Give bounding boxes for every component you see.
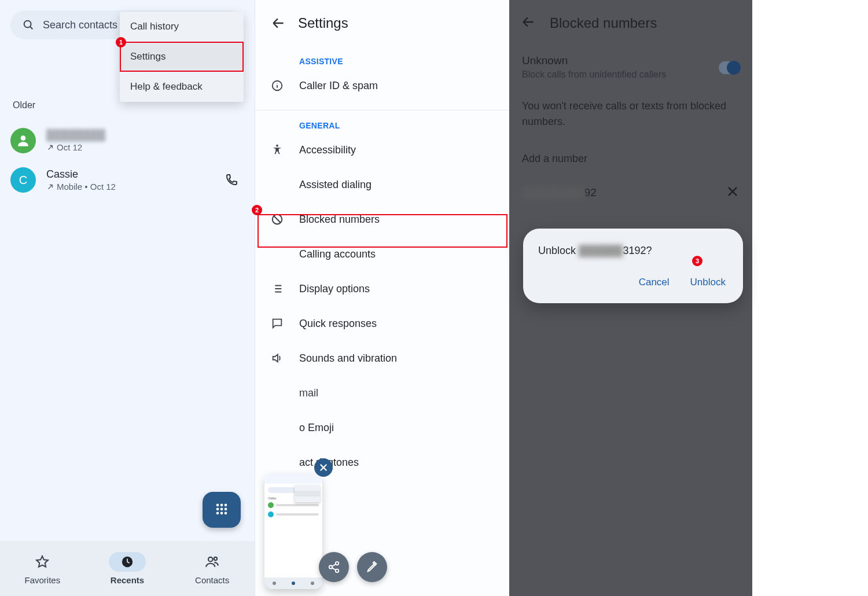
svg-point-30 [329,565,333,569]
setting-quick-responses[interactable]: Quick responses [255,306,509,341]
svg-point-29 [336,562,339,565]
contact-row[interactable]: C Cassie Mobile • Oct 12 [0,160,255,200]
pencil-icon [366,561,378,573]
call-button[interactable] [219,173,244,187]
svg-point-5 [225,504,227,507]
setting-calling-accounts[interactable]: Calling accounts [255,237,509,271]
list-icon [271,282,284,295]
svg-point-11 [225,512,227,515]
overflow-menu: Call history Settings Help & feedback [120,12,244,102]
dialpad-icon [214,502,230,518]
close-icon [318,462,329,473]
contact-name: Cassie [46,168,219,181]
step-badge-1: 1 [116,37,126,47]
group-general: GENERAL [255,111,509,133]
share-button[interactable] [319,552,349,582]
svg-point-4 [220,504,223,507]
svg-point-3 [216,504,219,507]
info-icon [271,79,284,92]
unblock-button[interactable]: Unblock [688,273,728,292]
svg-point-7 [220,508,223,511]
sound-icon [271,352,284,365]
setting-display-options[interactable]: Display options [255,271,509,306]
message-icon [271,317,284,330]
share-icon [328,561,340,573]
accessibility-icon [271,144,284,156]
step-badge-2: 2 [252,205,262,215]
people-icon [205,554,220,569]
star-icon [35,555,49,569]
dialog-message: Unblock ██████3192? [538,245,728,257]
svg-point-31 [336,569,339,573]
search-placeholder: Search contacts [43,19,117,31]
cancel-button[interactable]: Cancel [637,273,672,292]
arrow-left-icon [271,16,286,31]
setting-caller-id[interactable]: Caller ID & spam [255,68,509,103]
menu-call-history[interactable]: Call history [120,12,244,42]
setting-sounds[interactable]: Sounds and vibration [255,341,509,376]
back-button[interactable] [267,16,290,31]
nav-recents[interactable]: Recents [85,541,170,596]
contact-info: Cassie Mobile • Oct 12 [46,168,219,192]
svg-point-18 [276,145,278,147]
setting-mail-partial[interactable]: mail [255,376,509,410]
svg-point-8 [225,508,227,511]
screenshot-thumbnail[interactable]: Older [264,473,322,589]
thumbnail-close-button[interactable] [314,458,333,477]
step-badge-3: 3 [692,256,703,266]
svg-line-32 [332,564,336,566]
setting-blocked-numbers[interactable]: Blocked numbers [255,202,509,237]
svg-point-14 [214,557,216,560]
svg-point-9 [216,512,219,515]
svg-point-13 [208,557,213,562]
contact-info: ████████ Oct 12 [46,129,244,152]
setting-accessibility[interactable]: Accessibility [255,133,509,167]
recents-panel: Search contacts Call history Settings He… [0,0,255,596]
settings-panel: Settings ASSISTIVE Caller ID & spam GENE… [255,0,509,596]
nav-favorites[interactable]: Favorites [0,541,85,596]
settings-header: Settings [255,0,509,46]
blocked-numbers-panel: Blocked numbers Unknown Block calls from… [509,0,752,596]
screenshot-thumbnail-wrap: Older [264,459,391,589]
group-assistive: ASSISTIVE [255,46,509,68]
clock-icon [121,555,134,568]
svg-line-20 [274,216,281,223]
nav-contacts[interactable]: Contacts [170,541,255,596]
svg-point-2 [21,135,26,141]
outgoing-arrow-icon [46,183,54,191]
menu-help[interactable]: Help & feedback [120,72,244,102]
search-icon [22,19,35,31]
phone-icon [225,173,238,187]
avatar [10,128,36,153]
outgoing-arrow-icon [46,144,54,152]
person-icon [16,133,31,148]
svg-point-6 [216,508,219,511]
dialpad-fab[interactable] [203,492,241,528]
setting-emoji-partial[interactable]: o Emoji [255,410,509,445]
block-icon [271,213,284,226]
dialog-number-redacted: ██████ [579,245,623,256]
edit-button[interactable] [357,552,387,582]
contact-meta: Mobile • Oct 12 [46,182,219,192]
contact-name-redacted: ████████ [46,129,244,141]
settings-title: Settings [298,15,348,31]
menu-settings[interactable]: Settings [120,42,244,72]
svg-point-10 [220,512,223,515]
bottom-nav: Favorites Recents Contacts [0,541,255,596]
contact-row[interactable]: ████████ Oct 12 [0,121,255,160]
unblock-dialog: Unblock ██████3192? Cancel Unblock [523,229,743,303]
svg-line-1 [30,27,32,29]
setting-assisted-dialing[interactable]: Assisted dialing [255,167,509,202]
contact-meta: Oct 12 [46,142,244,152]
avatar: C [10,167,36,193]
svg-point-0 [24,21,31,28]
svg-line-33 [332,568,336,570]
